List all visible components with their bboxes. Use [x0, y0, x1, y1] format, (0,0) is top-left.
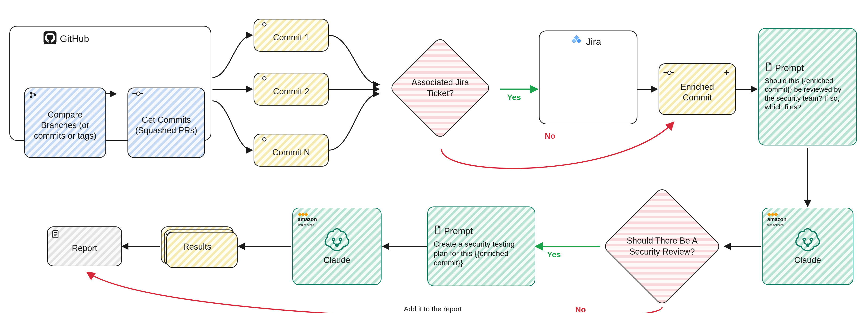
commit-1-text: Commit 1 [273, 32, 309, 43]
document-icon [434, 225, 442, 238]
llm-node-2: ◆◆◆ amazonweb services Claude [292, 208, 381, 285]
prompt-2-body: Create a security testing plan for this … [434, 239, 529, 268]
llm-node-1: ◆◆◆ amazonweb services Claude [762, 208, 854, 285]
aws-logo: ◆◆◆ amazonweb services [298, 212, 317, 227]
svg-point-14 [30, 96, 32, 98]
commit-n-node: Commit N [254, 134, 329, 167]
decision-security-review: Should There Be A Security Review? [602, 186, 722, 306]
edge-yes-2: Yes [547, 250, 561, 259]
svg-point-20 [339, 238, 342, 241]
svg-point-16 [803, 238, 805, 241]
decision-security-review-text: Should There Be A Security Review? [623, 235, 701, 257]
document-icon [765, 62, 773, 74]
commit-icon [258, 22, 269, 27]
svg-point-19 [332, 238, 335, 241]
commit-icon [258, 137, 269, 141]
commit-icon [258, 76, 269, 80]
git-compare-icon [29, 91, 37, 101]
ai-brain-icon [794, 228, 822, 253]
report-text: Report [72, 243, 97, 253]
decision-associated-jira-text: Associated Jira Ticket? [407, 77, 473, 99]
compare-branches-node: Compare Branches (or commits or tags) [24, 88, 106, 158]
get-commits-node: Get Commits (Squashed PRs) [127, 88, 205, 158]
llm-model-2: Claude [323, 255, 350, 265]
prompt-1-node: Prompt Should this {{enriched commit}} b… [758, 28, 857, 145]
enriched-commit-text: Enriched Commit [665, 82, 730, 103]
jira-group: Jira Get Ticket Info [539, 31, 638, 124]
edge-no-1: No [545, 131, 555, 141]
svg-point-13 [30, 92, 32, 94]
enriched-commit-node: + Enriched Commit [658, 63, 736, 115]
github-icon [43, 31, 57, 47]
prompt-2-title: Prompt [444, 226, 473, 237]
edge-no-2: No [575, 305, 586, 313]
github-group: GitHub Compare Branches (or commits or t… [9, 26, 211, 141]
compare-branches-text: Compare Branches (or commits or tags) [31, 109, 100, 141]
aws-logo: ◆◆◆ amazonweb services [767, 212, 786, 227]
commit-icon [663, 70, 674, 75]
edge-add-to-report: Add it to the report [404, 305, 462, 313]
jira-icon [570, 34, 583, 49]
commit-1-node: Commit 1 [254, 19, 329, 51]
decision-associated-jira: Associated Jira Ticket? [389, 37, 492, 139]
report-node: Report [47, 227, 122, 266]
commit-2-node: Commit 2 [254, 73, 329, 106]
svg-point-15 [34, 94, 36, 96]
prompt-1-body: Should this {{enriched commit}} be revie… [765, 76, 850, 111]
github-label: GitHub [43, 31, 89, 47]
jira-label: Jira [570, 34, 601, 49]
ai-brain-icon [323, 228, 351, 253]
prompt-2-node: Prompt Create a security testing plan fo… [427, 206, 535, 286]
svg-point-17 [810, 238, 812, 241]
report-icon [52, 230, 59, 241]
get-commits-text: Get Commits (Squashed PRs) [134, 114, 198, 136]
results-node: ✔ Results [161, 227, 234, 264]
commit-2-text: Commit 2 [273, 86, 309, 97]
plus-icon: + [724, 67, 729, 78]
results-text: Results [183, 241, 211, 252]
commit-n-text: Commit N [272, 147, 310, 158]
edge-yes-1: Yes [507, 93, 521, 102]
llm-model-1: Claude [794, 255, 821, 265]
prompt-1-title: Prompt [775, 63, 804, 74]
commit-icon [132, 91, 143, 96]
checkmark-icon: ✔ [165, 229, 172, 238]
